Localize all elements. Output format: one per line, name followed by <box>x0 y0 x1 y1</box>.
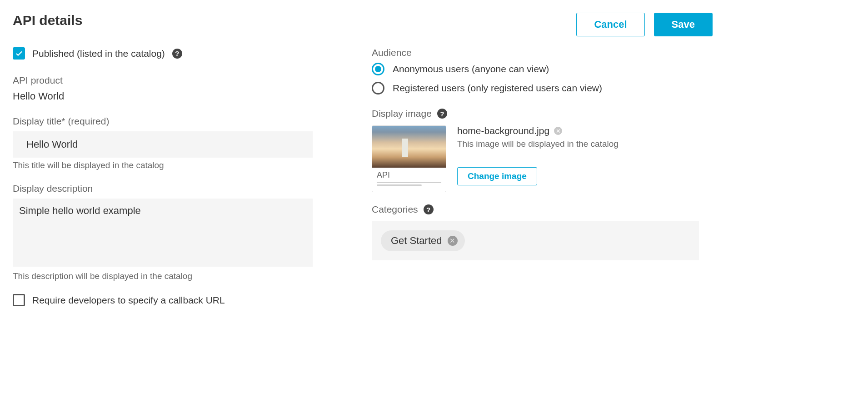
categories-input[interactable]: Get Started ✕ <box>372 221 699 260</box>
categories-label: Categories ? <box>372 204 699 215</box>
page-title: API details <box>13 13 82 28</box>
image-filename: home-background.jpg <box>457 125 549 136</box>
audience-anonymous-label: Anonymous users (anyone can view) <box>393 64 549 75</box>
audience-label: Audience <box>372 47 699 58</box>
save-button[interactable]: Save <box>654 13 713 36</box>
callback-label: Require developers to specify a callback… <box>32 295 225 306</box>
remove-image-icon[interactable]: ✕ <box>554 127 562 135</box>
audience-anonymous-radio[interactable] <box>372 63 384 75</box>
api-product-value: Hello World <box>13 90 313 102</box>
thumbnail-caption: API <box>377 170 441 180</box>
published-checkbox[interactable] <box>13 47 25 60</box>
image-hint: This image will be displayed in the cata… <box>457 139 699 149</box>
display-title-hint: This title will be displayed in the cata… <box>13 160 313 170</box>
display-description-input[interactable] <box>13 199 313 267</box>
display-description-label: Display description <box>13 183 313 194</box>
thumbnail-picture <box>372 126 446 168</box>
category-tag-label: Get Started <box>391 235 442 247</box>
api-product-label: API product <box>13 75 313 86</box>
help-icon[interactable]: ? <box>172 49 182 59</box>
thumbnail-placeholder-line <box>377 182 441 183</box>
display-image-label-text: Display image <box>372 108 432 119</box>
callback-checkbox[interactable] <box>13 294 25 306</box>
category-tag: Get Started ✕ <box>381 230 465 251</box>
thumbnail-placeholder-line <box>377 184 422 186</box>
published-label: Published (listed in the catalog) <box>32 48 165 59</box>
categories-label-text: Categories <box>372 204 418 215</box>
remove-tag-icon[interactable]: ✕ <box>448 236 458 246</box>
audience-registered-label: Registered users (only registered users … <box>393 83 602 94</box>
display-title-label: Display title* (required) <box>13 116 313 127</box>
display-title-input[interactable] <box>13 131 313 158</box>
cancel-button[interactable]: Cancel <box>576 13 644 36</box>
help-icon[interactable]: ? <box>437 109 447 119</box>
check-icon <box>15 50 23 58</box>
change-image-button[interactable]: Change image <box>457 167 537 185</box>
help-icon[interactable]: ? <box>424 204 434 214</box>
image-thumbnail: API <box>372 125 446 192</box>
audience-registered-radio[interactable] <box>372 82 384 95</box>
display-description-hint: This description will be displayed in th… <box>13 271 313 281</box>
display-image-label: Display image ? <box>372 108 699 119</box>
